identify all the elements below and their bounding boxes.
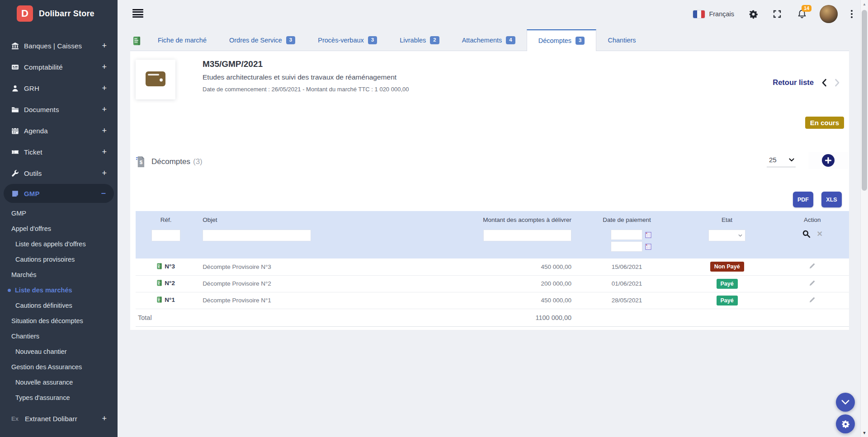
sidebar-subitem-label: Gestion des Assurances <box>11 363 82 371</box>
tab-proc-s-verbaux[interactable]: Procès-verbaux 3 <box>307 30 388 51</box>
scroll-up-arrow-icon[interactable]: ▲ <box>861 2 868 6</box>
sidebar-subitem-appel-d-offres[interactable]: Appel d'offres <box>0 221 118 236</box>
more-options-icon[interactable] <box>850 9 854 19</box>
sidebar-item-agenda[interactable]: Agenda + <box>0 120 118 141</box>
filter-ref-input[interactable] <box>151 230 180 241</box>
payment-status-badge: Payé <box>717 296 738 305</box>
section-title: Décomptes <box>151 157 190 166</box>
sidebar-subitem-nouveau-chantier[interactable]: Nouveau chantier <box>0 344 118 359</box>
export-pdf-button[interactable]: PDF <box>793 192 813 207</box>
page-scrollbar[interactable]: ▲ ▼ <box>860 0 868 437</box>
settings-gear-icon[interactable] <box>749 9 758 19</box>
edit-pencil-icon[interactable] <box>809 280 816 287</box>
export-xls-button[interactable]: XLS <box>821 192 842 207</box>
expand-plus-icon: + <box>102 105 107 114</box>
user-avatar[interactable] <box>820 5 838 23</box>
edit-pencil-icon[interactable] <box>809 296 816 303</box>
decompte-date: 01/06/2021 <box>575 275 679 292</box>
expand-plus-icon: − <box>101 189 106 198</box>
tab-fiche-de-march[interactable]: Fiche de marché <box>146 30 218 51</box>
sidebar-subitem-label: Types d'assurance <box>15 394 70 401</box>
decompte-document-icon: $ <box>136 156 145 168</box>
sidebar-subitem-gmp[interactable]: GMP <box>0 206 118 221</box>
sidebar-item-comptabilit[interactable]: Comptabilité + <box>0 56 118 78</box>
calendar-icon[interactable] <box>645 232 651 238</box>
sidebar-subitem-liste-des-march-s[interactable]: Liste des marchés <box>0 282 118 298</box>
decomptes-table: Réf. Objet Montant des acomptes à délivr… <box>136 211 849 327</box>
decompte-ref-link[interactable]: $ N°2 <box>157 280 175 287</box>
sidebar-subitem-situation-des-d-comptes[interactable]: Situation des décomptes <box>0 313 118 329</box>
tab-label: Ordres de Service <box>229 37 282 44</box>
sidebar-subitem-label: GMP <box>11 210 26 217</box>
sidebar-item-label: Agenda <box>24 127 102 135</box>
expand-plus-icon: + <box>102 62 107 72</box>
tab-attachements[interactable]: Attachements 4 <box>451 30 527 51</box>
table-total-row: Total 1100 000,00 <box>136 309 849 326</box>
sidebar-submenu: GMP Appel d'offres Liste des appels d'of… <box>0 206 118 405</box>
search-icon[interactable] <box>802 230 811 238</box>
sidebar-subitem-liste-des-appels-d-offres[interactable]: Liste des appels d'offres <box>0 236 118 252</box>
sidebar-subitem-types-d-assurance[interactable]: Types d'assurance <box>0 390 118 405</box>
filter-montant-input[interactable] <box>483 230 571 241</box>
sidebar-subitem-label: Cautions définitives <box>15 302 72 309</box>
page-size-select[interactable]: 25 <box>767 155 796 167</box>
tab-chantiers[interactable]: Chantiers <box>596 30 647 51</box>
filter-objet-input[interactable] <box>203 230 311 241</box>
table-row: $ N°2 Décompte Provisoire N°2 200 000,00… <box>136 275 849 292</box>
clear-filters-icon[interactable]: ✕ <box>817 230 823 238</box>
decomptes-tbody: $ N°3 Décompte Provisoire N°3 450 000,00… <box>136 258 849 309</box>
next-record-icon[interactable] <box>835 79 840 87</box>
edit-pencil-icon[interactable] <box>809 263 816 269</box>
previous-record-icon[interactable] <box>821 79 827 87</box>
sidebar-subitem-march-s[interactable]: Marchés <box>0 267 118 282</box>
table-header-row: Réf. Objet Montant des acomptes à délivr… <box>136 211 849 224</box>
scroll-down-fab[interactable] <box>836 393 855 412</box>
main-area: Français 14 Fiche de marché Ordres de Se… <box>118 0 868 437</box>
sidebar-item-documents[interactable]: Documents + <box>0 99 118 120</box>
hamburger-menu-icon[interactable] <box>132 9 143 18</box>
sidebar-subitem-cautions-provisoires[interactable]: Cautions provisoires <box>0 252 118 267</box>
expand-plus-icon: + <box>102 169 107 178</box>
calendar-icon <box>11 127 19 135</box>
settings-fab[interactable] <box>836 414 855 433</box>
tab-livrables[interactable]: Livrables 2 <box>388 30 450 51</box>
decompte-date: 28/05/2021 <box>575 292 679 309</box>
tab-count-badge: 3 <box>286 36 295 44</box>
scrollbar-thumb[interactable] <box>862 10 867 191</box>
sidebar-subitem-nouvelle-assurance[interactable]: Nouvelle assurance <box>0 375 118 390</box>
sidebar-subitem-chantiers[interactable]: Chantiers <box>0 329 118 344</box>
notifications-bell-icon[interactable]: 14 <box>797 9 807 19</box>
filter-date-from-input[interactable] <box>611 230 642 240</box>
sidebar-item-ticket[interactable]: Ticket + <box>0 141 118 163</box>
sidebar-subitem-gestion-des-assurances[interactable]: Gestion des Assurances <box>0 359 118 375</box>
tab-ordres-de-service[interactable]: Ordres de Service 3 <box>218 30 307 51</box>
language-selector[interactable]: Français <box>693 10 734 18</box>
scroll-down-arrow-icon[interactable]: ▼ <box>861 431 868 435</box>
tab-d-comptes[interactable]: Décomptes 3 <box>527 29 597 51</box>
sidebar-item-label: Outils <box>24 169 102 177</box>
sidebar-item-extranet-dolibarr[interactable]: Ex Extranet Dolibarr + <box>0 408 118 429</box>
brand[interactable]: D Dolibarr Store <box>0 0 118 23</box>
sidebar-item-banques-caisses[interactable]: Banques | Caisses + <box>0 35 118 56</box>
sidebar-subitem-cautions-d-finitives[interactable]: Cautions définitives <box>0 298 118 313</box>
expand-plus-icon: + <box>102 126 107 136</box>
tab-label: Livrables <box>400 37 426 44</box>
sidebar-item-gmp[interactable]: GMP − <box>4 184 114 203</box>
back-to-list-link[interactable]: Retour liste <box>773 78 814 87</box>
filter-date-to-input[interactable] <box>611 241 642 252</box>
brand-name: Dolibarr Store <box>39 9 94 19</box>
decompte-ref-link[interactable]: $ N°3 <box>157 263 175 270</box>
contract-title: Etudes architecturales et suivi des trav… <box>203 73 396 81</box>
fullscreen-icon[interactable] <box>773 9 782 19</box>
svg-text:$: $ <box>140 160 143 165</box>
add-decompte-button[interactable] <box>822 154 835 167</box>
green-document-icon: $ <box>157 296 162 303</box>
tab-count-badge: 3 <box>576 37 585 45</box>
filter-etat-select[interactable] <box>708 230 745 241</box>
sidebar-item-grh[interactable]: GRH + <box>0 78 118 99</box>
calendar-icon[interactable] <box>645 244 651 250</box>
contract-photo-card <box>136 60 175 99</box>
sidebar-item-outils[interactable]: Outils + <box>0 163 118 184</box>
decompte-ref-link[interactable]: $ N°1 <box>157 296 175 303</box>
notification-count-badge: 14 <box>802 5 811 12</box>
